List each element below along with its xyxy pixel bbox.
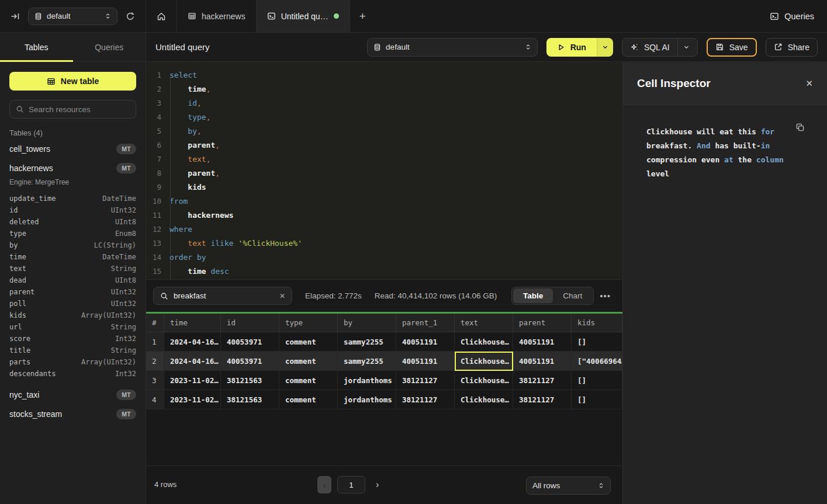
table-cell[interactable]: Clickhouse… [455, 332, 513, 352]
column-header[interactable]: parent [513, 314, 572, 332]
column-header[interactable]: text [455, 314, 513, 332]
table-cell-selected[interactable]: Clickhouse… [455, 352, 513, 371]
close-icon[interactable]: ✕ [805, 78, 813, 89]
sidebar-table-stocks-stream[interactable]: stocks_stream MT [9, 407, 136, 421]
table-cell[interactable]: sammy2255 [338, 332, 396, 352]
table-cell[interactable]: 2024-04-16… [164, 352, 221, 371]
column-header[interactable]: # [146, 314, 164, 332]
share-button[interactable]: Share [766, 38, 818, 57]
table-cell[interactable]: 38121563 [221, 371, 279, 390]
sidebar-search-input[interactable] [29, 105, 130, 114]
column-header[interactable]: parent_1 [396, 314, 455, 332]
column-header[interactable]: time [164, 314, 221, 332]
sidebar-table-cell-towers[interactable]: cell_towers MT [9, 142, 136, 156]
sidebar-search[interactable] [9, 100, 136, 119]
table-cell[interactable]: [] [572, 371, 622, 390]
new-table-button[interactable]: New table [9, 72, 136, 91]
column-row[interactable]: scoreInt32 [9, 333, 136, 345]
copy-icon[interactable] [795, 123, 805, 132]
table-cell[interactable]: [] [572, 332, 622, 352]
page-size-select[interactable]: All rows [526, 477, 611, 495]
column-row[interactable]: deadUInt8 [9, 274, 136, 286]
table-cell[interactable]: [] [572, 390, 622, 409]
table-cell[interactable]: comment [279, 371, 338, 390]
table-cell[interactable]: 38121127 [513, 371, 572, 390]
run-button[interactable]: Run [546, 38, 597, 57]
prev-page-button[interactable]: ‹ [317, 476, 331, 493]
table-cell[interactable]: 2023-11-02… [164, 371, 221, 390]
run-options-button[interactable] [597, 38, 613, 57]
sidebar-table-hackernews[interactable]: hackernews MT [9, 161, 136, 175]
ellipsis-icon[interactable]: ••• [600, 291, 611, 301]
sql-editor[interactable]: 1select 2 time, 3 id, 4 type, 5 by, 6 pa… [146, 62, 622, 279]
inspector-text-line: breakfast. And has built-in [646, 139, 804, 153]
clear-icon[interactable]: ✕ [279, 292, 285, 300]
column-row[interactable]: urlString [9, 321, 136, 333]
sql-ai-button[interactable]: SQL AI [622, 38, 698, 57]
queries-button[interactable]: Queries [757, 0, 827, 32]
column-row[interactable]: timeDateTime [9, 251, 136, 263]
column-row[interactable]: typeEnum8 [9, 228, 136, 239]
column-row[interactable]: descendantsInt32 [9, 368, 136, 380]
view-toggle-chart[interactable]: Chart [553, 289, 592, 303]
topbar-database-select[interactable]: default [28, 8, 117, 25]
table-cell[interactable]: 40051191 [396, 332, 455, 352]
row-number[interactable]: 1 [146, 332, 164, 352]
row-number[interactable]: 4 [146, 390, 164, 409]
table-cell[interactable]: 2024-04-16… [164, 332, 221, 352]
table-cell[interactable]: sammy2255 [338, 352, 396, 371]
table-cell[interactable]: 40053971 [221, 352, 279, 371]
table-cell[interactable]: comment [279, 332, 338, 352]
sidebar-tab-tables[interactable]: Tables [0, 33, 73, 61]
column-row[interactable]: update_timeDateTime [9, 193, 136, 204]
collapse-sidebar-icon[interactable] [8, 9, 22, 23]
table-cell[interactable]: 40051191 [396, 352, 455, 371]
column-row[interactable]: pollUInt32 [9, 298, 136, 310]
sidebar-table-nyc-taxi[interactable]: nyc_taxi MT [9, 388, 136, 402]
row-number[interactable]: 2 [146, 352, 164, 371]
table-cell[interactable]: 40051191 [513, 352, 572, 371]
table-cell[interactable]: jordanthoms [338, 390, 396, 409]
page-number-input[interactable] [337, 476, 365, 493]
results-search[interactable]: ✕ [153, 287, 292, 305]
view-toggle-table[interactable]: Table [513, 289, 553, 303]
column-header[interactable]: id [221, 314, 279, 332]
table-cell[interactable]: 38121127 [513, 390, 572, 409]
table-cell[interactable]: 2023-11-02… [164, 390, 221, 409]
refresh-icon[interactable] [123, 9, 137, 23]
sidebar-tab-queries[interactable]: Queries [73, 33, 146, 61]
column-header[interactable]: kids [572, 314, 622, 332]
table-cell[interactable]: 40053971 [221, 332, 279, 352]
row-number[interactable]: 3 [146, 371, 164, 390]
column-row[interactable]: titleString [9, 345, 136, 356]
table-cell[interactable]: ["40066964… [572, 352, 622, 371]
table-cell[interactable]: Clickhouse… [455, 371, 513, 390]
column-row[interactable]: parentUInt32 [9, 286, 136, 298]
table-cell[interactable]: 38121563 [221, 390, 279, 409]
tab-home[interactable] [146, 0, 177, 32]
query-database-select[interactable]: default [367, 38, 538, 57]
tab-hackernews[interactable]: hackernews [177, 0, 257, 32]
table-cell[interactable]: jordanthoms [338, 371, 396, 390]
next-page-button[interactable]: › [371, 479, 383, 490]
tab-untitled-query[interactable]: Untitled qu… [257, 0, 350, 32]
column-header[interactable]: type [279, 314, 338, 332]
results-search-input[interactable] [174, 291, 274, 300]
column-header[interactable]: by [338, 314, 396, 332]
editor-line: 15 time desc [146, 264, 622, 278]
column-row[interactable]: byLC(String) [9, 239, 136, 251]
table-cell[interactable]: 38121127 [396, 371, 455, 390]
sql-ai-options[interactable] [677, 39, 690, 56]
column-row[interactable]: textString [9, 263, 136, 274]
table-cell[interactable]: comment [279, 390, 338, 409]
column-row[interactable]: deletedUInt8 [9, 216, 136, 228]
column-row[interactable]: idUInt32 [9, 204, 136, 216]
table-cell[interactable]: Clickhouse… [455, 390, 513, 409]
table-cell[interactable]: 38121127 [396, 390, 455, 409]
save-button[interactable]: Save [707, 38, 757, 57]
table-cell[interactable]: comment [279, 352, 338, 371]
new-tab-button[interactable]: + [350, 0, 375, 32]
table-cell[interactable]: 40051191 [513, 332, 572, 352]
column-row[interactable]: kidsArray(UInt32) [9, 310, 136, 321]
column-row[interactable]: partsArray(UInt32) [9, 356, 136, 368]
